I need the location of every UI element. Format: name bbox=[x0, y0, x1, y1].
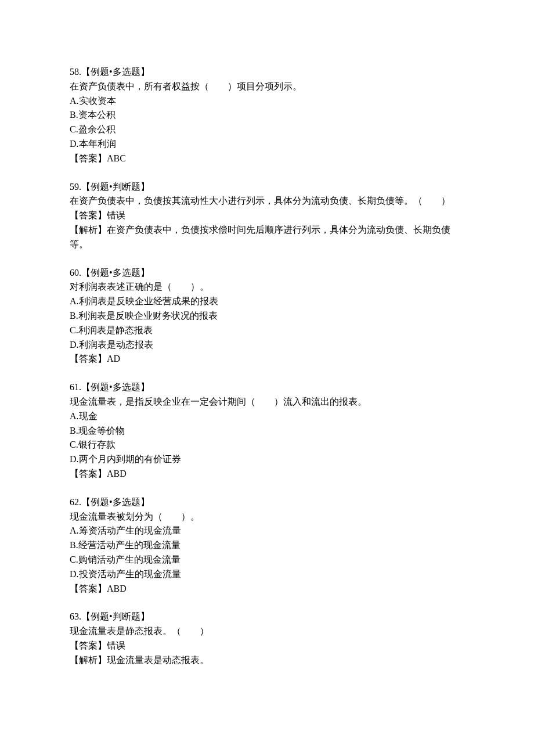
question-header: 58.【例题•多选题】 bbox=[70, 65, 464, 80]
question-option: C.银行存款 bbox=[70, 438, 464, 452]
question-block: 61.【例题•多选题】现金流量表，是指反映企业在一定会计期间（ ）流入和流出的报… bbox=[70, 380, 464, 481]
question-option: D.两个月内到期的有价证券 bbox=[70, 452, 464, 467]
question-answer: 【答案】ABD bbox=[70, 582, 464, 596]
question-option: A.现金 bbox=[70, 409, 464, 424]
document-body: 58.【例题•多选题】在资产负债表中，所有者权益按（ ）项目分项列示。A.实收资… bbox=[70, 65, 464, 667]
question-header: 62.【例题•多选题】 bbox=[70, 495, 464, 510]
question-option: A.实收资本 bbox=[70, 94, 464, 109]
question-block: 62.【例题•多选题】现金流量表被划分为（ ）。A.筹资活动产生的现金流量B.经… bbox=[70, 495, 464, 596]
question-header: 61.【例题•多选题】 bbox=[70, 380, 464, 395]
question-answer: 【答案】ABC bbox=[70, 152, 464, 166]
question-option: B.经营活动产生的现金流量 bbox=[70, 538, 464, 553]
question-answer: 【答案】AD bbox=[70, 352, 464, 366]
question-block: 60.【例题•多选题】对利润表表述正确的是（ ）。A.利润表是反映企业经营成果的… bbox=[70, 266, 464, 367]
question-option: D.利润表是动态报表 bbox=[70, 338, 464, 352]
question-stem: 现金流量表，是指反映企业在一定会计期间（ ）流入和流出的报表。 bbox=[70, 395, 464, 409]
question-option: C.购销活动产生的现金流量 bbox=[70, 553, 464, 567]
question-answer: 【答案】错误 bbox=[70, 639, 464, 653]
question-option: B.资本公积 bbox=[70, 108, 464, 123]
question-block: 58.【例题•多选题】在资产负债表中，所有者权益按（ ）项目分项列示。A.实收资… bbox=[70, 65, 464, 166]
question-header: 63.【例题•判断题】 bbox=[70, 610, 464, 624]
question-option: B.现金等价物 bbox=[70, 424, 464, 438]
question-answer: 【答案】错误 bbox=[70, 208, 464, 223]
question-header: 60.【例题•多选题】 bbox=[70, 266, 464, 280]
question-header: 59.【例题•判断题】 bbox=[70, 180, 464, 195]
question-option: A.筹资活动产生的现金流量 bbox=[70, 524, 464, 538]
question-block: 63.【例题•判断题】现金流量表是静态报表。（ ）【答案】错误【解析】现金流量表… bbox=[70, 610, 464, 667]
question-option: C.盈余公积 bbox=[70, 123, 464, 137]
question-option: D.本年利润 bbox=[70, 137, 464, 152]
question-option: A.利润表是反映企业经营成果的报表 bbox=[70, 294, 464, 309]
question-stem: 在资产负债表中，所有者权益按（ ）项目分项列示。 bbox=[70, 80, 464, 94]
question-stem: 在资产负债表中，负债按其流动性大小进行列示，具体分为流动负债、长期负债等。（ ） bbox=[70, 194, 464, 208]
question-stem: 现金流量表是静态报表。（ ） bbox=[70, 624, 464, 639]
question-answer: 【答案】ABD bbox=[70, 467, 464, 481]
question-analysis: 【解析】在资产负债表中，负债按求偿时间先后顺序进行列示，具体分为流动负债、长期负… bbox=[70, 223, 464, 252]
question-stem: 现金流量表被划分为（ ）。 bbox=[70, 510, 464, 524]
question-option: B.利润表是反映企业财务状况的报表 bbox=[70, 309, 464, 323]
question-block: 59.【例题•判断题】在资产负债表中，负债按其流动性大小进行列示，具体分为流动负… bbox=[70, 180, 464, 252]
question-option: D.投资活动产生的现金流量 bbox=[70, 567, 464, 582]
question-stem: 对利润表表述正确的是（ ）。 bbox=[70, 280, 464, 294]
question-analysis: 【解析】现金流量表是动态报表。 bbox=[70, 653, 464, 668]
question-option: C.利润表是静态报表 bbox=[70, 323, 464, 338]
